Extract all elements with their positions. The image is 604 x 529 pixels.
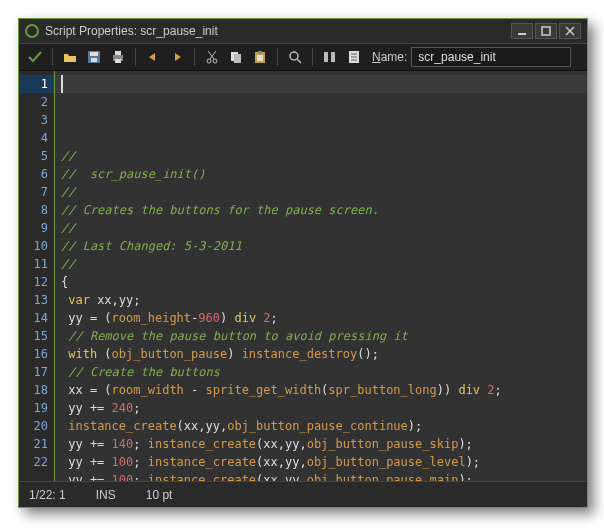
status-bar: 1/22: 1 INS 10 pt bbox=[19, 481, 587, 507]
svg-line-20 bbox=[297, 59, 301, 63]
text-cursor bbox=[61, 75, 63, 93]
svg-rect-1 bbox=[542, 27, 550, 35]
code-area[interactable]: //// scr_pause_init()//// Creates the bu… bbox=[55, 71, 587, 481]
svg-rect-6 bbox=[91, 58, 97, 62]
font-size: 10 pt bbox=[146, 488, 173, 502]
line-gutter: 12345678910111213141516171819202122 bbox=[19, 71, 55, 481]
print-icon[interactable] bbox=[108, 47, 128, 67]
open-icon[interactable] bbox=[60, 47, 80, 67]
paste-icon[interactable] bbox=[250, 47, 270, 67]
titlebar[interactable]: Script Properties: scr_pause_init bbox=[19, 19, 587, 43]
goto-icon[interactable] bbox=[320, 47, 340, 67]
separator bbox=[52, 48, 53, 66]
window: Script Properties: scr_pause_init bbox=[18, 18, 588, 508]
svg-rect-21 bbox=[324, 52, 328, 62]
insert-mode: INS bbox=[96, 488, 116, 502]
svg-point-11 bbox=[213, 59, 217, 63]
svg-rect-5 bbox=[90, 52, 98, 56]
separator bbox=[194, 48, 195, 66]
minimize-button[interactable] bbox=[511, 23, 533, 39]
confirm-icon[interactable] bbox=[25, 47, 45, 67]
copy-icon[interactable] bbox=[226, 47, 246, 67]
app-icon bbox=[25, 24, 39, 38]
separator bbox=[135, 48, 136, 66]
current-line-highlight bbox=[55, 75, 587, 93]
svg-rect-17 bbox=[258, 51, 262, 54]
svg-rect-18 bbox=[257, 55, 263, 61]
save-icon[interactable] bbox=[84, 47, 104, 67]
svg-point-19 bbox=[290, 52, 298, 60]
maximize-button[interactable] bbox=[535, 23, 557, 39]
close-button[interactable] bbox=[559, 23, 581, 39]
svg-point-10 bbox=[207, 59, 211, 63]
code-editor[interactable]: 12345678910111213141516171819202122 ////… bbox=[19, 71, 587, 481]
svg-rect-15 bbox=[234, 54, 241, 63]
separator bbox=[312, 48, 313, 66]
svg-rect-8 bbox=[115, 51, 121, 55]
cursor-position: 1/22: 1 bbox=[29, 488, 66, 502]
script-icon[interactable] bbox=[344, 47, 364, 67]
svg-rect-9 bbox=[115, 59, 121, 63]
window-title: Script Properties: scr_pause_init bbox=[45, 24, 505, 38]
redo-icon[interactable] bbox=[167, 47, 187, 67]
cut-icon[interactable] bbox=[202, 47, 222, 67]
separator bbox=[277, 48, 278, 66]
name-label: Name: bbox=[372, 50, 407, 64]
name-input[interactable] bbox=[411, 47, 571, 67]
find-icon[interactable] bbox=[285, 47, 305, 67]
svg-rect-22 bbox=[331, 52, 335, 62]
window-buttons bbox=[511, 23, 581, 39]
undo-icon[interactable] bbox=[143, 47, 163, 67]
toolbar: Name: bbox=[19, 43, 587, 71]
